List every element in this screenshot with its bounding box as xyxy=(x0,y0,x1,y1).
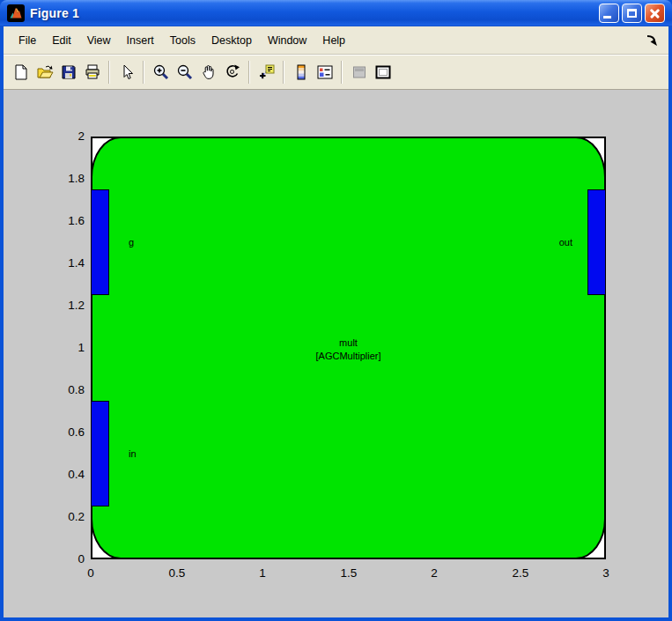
matlab-logo-icon xyxy=(7,4,25,22)
edit-plot-button[interactable] xyxy=(114,61,138,85)
minimize-button[interactable] xyxy=(599,4,619,23)
maximize-icon xyxy=(627,9,637,18)
x-tick-label: 0.5 xyxy=(151,566,203,581)
y-tick-label: 1.6 xyxy=(4,213,85,229)
menu-insert[interactable]: Insert xyxy=(119,30,162,51)
hand-icon xyxy=(200,63,218,81)
y-tick-label: 1.2 xyxy=(4,298,85,314)
zoom-in-button[interactable] xyxy=(149,61,173,85)
rotate-3d-button[interactable] xyxy=(220,61,244,85)
y-tick-label: 0.2 xyxy=(4,509,85,525)
title-bar[interactable]: Figure 1 xyxy=(0,0,672,26)
x-tick-label: 2.5 xyxy=(494,566,547,581)
y-tick-label: 1.8 xyxy=(4,171,85,187)
hide-plot-tools-button xyxy=(347,61,371,85)
minimize-icon xyxy=(603,16,611,18)
show-plot-tools-icon xyxy=(374,63,392,81)
toolbar-separator xyxy=(108,61,110,84)
x-tick-label: 3 xyxy=(580,566,632,581)
x-tick-label: 0 xyxy=(64,566,117,581)
close-button[interactable] xyxy=(645,4,665,23)
zoom-out-icon xyxy=(176,63,194,81)
toolbar-separator xyxy=(143,61,144,84)
insert-colorbar-button[interactable] xyxy=(289,61,313,85)
x-tick-label: 2 xyxy=(408,566,461,581)
data-cursor-button[interactable] xyxy=(255,61,278,85)
block-type: [AGCMultiplier] xyxy=(92,350,604,363)
data-cursor-icon xyxy=(258,63,276,81)
y-tick-label: 1.4 xyxy=(4,255,85,271)
toolbar-separator xyxy=(248,61,250,84)
figure-canvas[interactable]: 2 1.8 1.6 1.4 1.2 1 0.8 0.6 0.4 0.2 0 0 … xyxy=(4,90,668,617)
toolbar-separator xyxy=(283,61,284,84)
menu-view[interactable]: View xyxy=(79,30,119,51)
figure-window: Figure 1 File Edit View Insert Tools Des… xyxy=(0,0,672,621)
zoom-in-icon xyxy=(152,63,170,81)
port-out-label: out xyxy=(559,237,572,248)
port-g[interactable] xyxy=(91,189,109,295)
printer-icon xyxy=(84,63,101,81)
port-g-label: g xyxy=(129,237,134,248)
menu-edit[interactable]: Edit xyxy=(44,30,79,51)
insert-legend-button[interactable] xyxy=(313,61,336,85)
menu-bar: File Edit View Insert Tools Desktop Wind… xyxy=(4,26,668,55)
pan-button[interactable] xyxy=(196,61,220,85)
figure-toolbar xyxy=(4,55,668,90)
menu-desktop[interactable]: Desktop xyxy=(203,30,260,51)
legend-icon xyxy=(316,63,334,81)
dock-figure-arrow-icon[interactable] xyxy=(646,34,658,47)
y-tick-label: 0.6 xyxy=(4,425,85,440)
port-in[interactable] xyxy=(91,401,109,506)
plot-axes[interactable]: g in out mult [AGCMultiplier] xyxy=(91,137,606,559)
y-tick-label: 0.4 xyxy=(4,467,85,483)
zoom-out-button[interactable] xyxy=(173,61,196,85)
open-file-button[interactable] xyxy=(33,61,56,85)
block-name: mult xyxy=(92,336,604,350)
menu-file[interactable]: File xyxy=(11,30,44,51)
y-tick-label: 2 xyxy=(4,129,85,144)
colorbar-icon xyxy=(292,63,310,81)
print-figure-button[interactable] xyxy=(80,61,104,85)
new-figure-button[interactable] xyxy=(9,61,33,85)
y-tick-label: 1 xyxy=(4,340,85,356)
menu-help[interactable]: Help xyxy=(314,30,353,51)
arrow-cursor-icon xyxy=(118,63,136,81)
window-title: Figure 1 xyxy=(30,6,79,20)
hide-plot-tools-icon xyxy=(351,63,368,81)
open-folder-icon xyxy=(36,63,54,81)
port-out[interactable] xyxy=(587,189,606,295)
x-tick-label: 1.5 xyxy=(322,566,375,581)
block-label: mult [AGCMultiplier] xyxy=(92,336,604,363)
y-tick-label: 0.8 xyxy=(4,382,85,398)
menu-window[interactable]: Window xyxy=(260,30,314,51)
toolbar-separator xyxy=(341,61,343,84)
port-in-label: in xyxy=(129,448,137,459)
save-figure-button[interactable] xyxy=(56,61,80,85)
maximize-button[interactable] xyxy=(622,4,642,23)
x-tick-label: 1 xyxy=(236,566,289,581)
rotate-3d-icon xyxy=(224,63,241,81)
save-floppy-icon xyxy=(60,63,78,81)
show-plot-tools-button[interactable] xyxy=(371,61,395,85)
menu-tools[interactable]: Tools xyxy=(162,30,203,51)
new-document-icon xyxy=(12,63,30,81)
